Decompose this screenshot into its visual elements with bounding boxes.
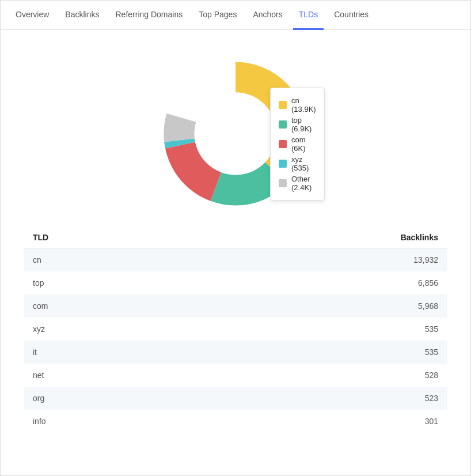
donut-hole — [195, 93, 277, 175]
table-section: TLD Backlinks cn13,932top6,856com5,968xy… — [1, 226, 470, 444]
col-backlinks: Backlinks — [184, 226, 447, 248]
cell-backlinks: 5,968 — [184, 294, 447, 318]
cell-tld: it — [24, 341, 184, 364]
nav-tab-anchors[interactable]: Anchors — [247, 1, 288, 30]
tooltip-item: Other (2.4K) — [279, 175, 316, 192]
table-row: top6,856 — [24, 271, 447, 294]
cell-backlinks: 535 — [184, 341, 447, 364]
cell-backlinks: 6,856 — [184, 271, 447, 294]
cell-backlinks: 535 — [184, 318, 447, 341]
legend-label: cn (13.9K) — [291, 96, 316, 114]
table-header: TLD Backlinks — [24, 226, 447, 248]
cell-tld: top — [24, 271, 184, 294]
tooltip-item: cn (13.9K) — [279, 96, 316, 114]
cell-tld: xyz — [24, 318, 184, 341]
table-row: com5,968 — [24, 294, 447, 318]
cell-backlinks: 528 — [184, 364, 447, 387]
cell-tld: org — [24, 387, 184, 410]
cell-backlinks: 301 — [184, 410, 447, 433]
nav-tab-backlinks[interactable]: Backlinks — [59, 1, 105, 30]
cell-backlinks: 13,932 — [184, 248, 447, 272]
chart-tooltip: cn (13.9K)top (6.9K)com (6K)xyz (535)Oth… — [270, 88, 325, 201]
cell-tld: net — [24, 364, 184, 387]
table-row: xyz535 — [24, 318, 447, 341]
legend-label: top (6.9K) — [291, 116, 316, 133]
cell-backlinks: 523 — [184, 387, 447, 410]
table-row: cn13,932 — [24, 248, 447, 272]
table-row: net528 — [24, 364, 447, 387]
legend-label: com (6K) — [291, 135, 316, 153]
tooltip-item: xyz (535) — [279, 155, 316, 172]
nav-tab-countries[interactable]: Countries — [328, 1, 374, 30]
nav-tabs: OverviewBacklinksReferring DomainsTop Pa… — [1, 1, 470, 30]
tld-table: TLD Backlinks cn13,932top6,856com5,968xy… — [24, 226, 447, 433]
legend-label: Other (2.4K) — [291, 175, 316, 192]
cell-tld: info — [24, 410, 184, 433]
chart-area: cn (13.9K)top (6.9K)com (6K)xyz (535)Oth… — [1, 30, 470, 226]
cell-tld: com — [24, 294, 184, 318]
cell-tld: cn — [24, 248, 184, 272]
table-row: it535 — [24, 341, 447, 364]
legend-swatch — [279, 140, 287, 148]
table-body: cn13,932top6,856com5,968xyz535it535net52… — [24, 248, 447, 433]
nav-tab-tlds[interactable]: TLDs — [293, 1, 324, 30]
nav-tab-top-pages[interactable]: Top Pages — [193, 1, 242, 30]
legend-swatch — [279, 120, 287, 129]
table-row: org523 — [24, 387, 447, 410]
table-row: info301 — [24, 410, 447, 433]
col-tld: TLD — [24, 226, 184, 248]
legend-swatch — [279, 160, 287, 168]
legend-swatch — [279, 101, 287, 109]
donut-chart: cn (13.9K)top (6.9K)com (6K)xyz (535)Oth… — [155, 53, 316, 214]
tooltip-item: com (6K) — [279, 135, 316, 153]
legend-swatch — [279, 179, 287, 187]
tooltip-item: top (6.9K) — [279, 116, 316, 133]
legend-label: xyz (535) — [291, 155, 316, 172]
nav-tab-referring-domains[interactable]: Referring Domains — [110, 1, 189, 30]
nav-tab-overview[interactable]: Overview — [10, 1, 55, 30]
